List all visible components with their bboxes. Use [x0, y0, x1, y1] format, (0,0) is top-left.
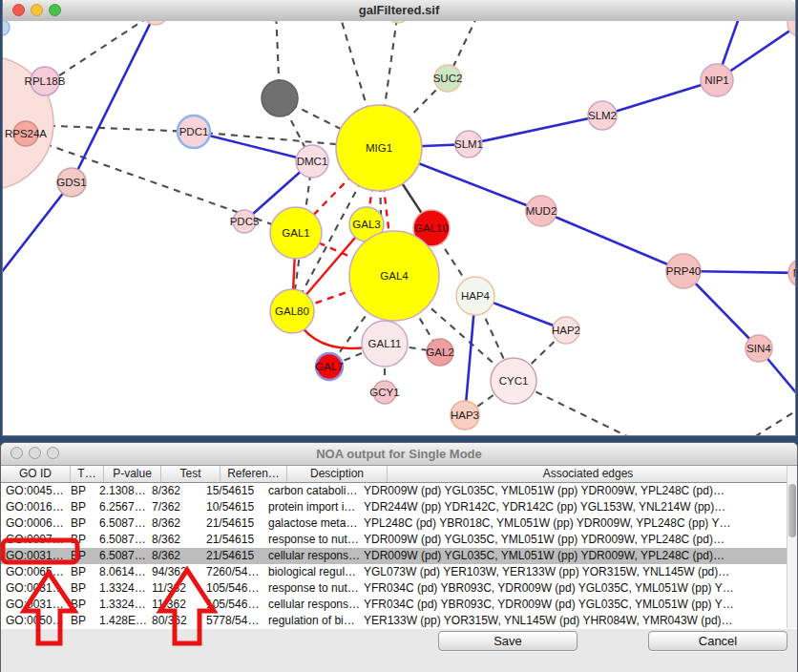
edge-pd_dashed[interactable]: [754, 400, 795, 435]
node-label-SIN4: SIN4: [746, 343, 771, 354]
table-cell: GO:0016…: [1, 499, 66, 515]
node-clip-top-right[interactable]: [788, 21, 795, 36]
column-header-2[interactable]: P-value: [104, 466, 161, 482]
column-header-4[interactable]: Referen…: [220, 466, 287, 482]
node-clip-top-green[interactable]: [386, 21, 410, 23]
table-cell: 105/546…: [201, 580, 263, 597]
table-header-row: GO IDT…P-valueTestReferen…DesciptionAsso…: [1, 466, 797, 483]
table-cell: regulation of bi…: [263, 613, 359, 629]
node-gray-node[interactable]: [262, 80, 298, 116]
vertical-scrollbar[interactable]: [787, 466, 797, 628]
node-label-PRP40: PRP40: [666, 265, 701, 277]
table-cell: 6.2567…: [94, 499, 147, 515]
node-label-RPL18B: RPL18B: [25, 75, 66, 87]
noa-output-window: NOA output for Single Mode GO IDT…P-valu…: [0, 442, 798, 672]
table-cell: GO:0031…: [1, 597, 66, 613]
table-cell: YDR009W (pd) YGL035C, YML051W (pp) YDR00…: [359, 548, 756, 564]
table-row[interactable]: GO:0016…BP6.2567…7/36210/54615protein im…: [1, 499, 797, 515]
column-header-6[interactable]: Associated edges: [388, 466, 789, 482]
table-cell: YGL073W (pd) YER103W, YER133W (pp) YOR31…: [359, 564, 756, 580]
table-cell: GO:0065…: [1, 564, 66, 580]
table-cell: cellular respons…: [263, 597, 359, 613]
node-clip-left-small[interactable]: [3, 21, 10, 35]
window-title: NOA output for Single Mode: [1, 443, 797, 465]
table-cell: protein import i…: [263, 499, 359, 515]
table-row[interactable]: GO:0045…BP2.1308…8/36215/54615carbon cat…: [1, 483, 797, 499]
table-cell: 21/54615: [201, 515, 263, 532]
node-label-SLM1: SLM1: [454, 138, 483, 150]
table-cell: BP: [66, 613, 94, 629]
table-cell: GO:0031…: [1, 548, 66, 564]
node-label-MUD2: MUD2: [526, 205, 557, 217]
column-header-3[interactable]: Test: [161, 466, 220, 482]
table-cell: GO:0050…: [1, 613, 66, 629]
table-row[interactable]: GO:0031…BP1.3324…11/362105/546…response …: [1, 580, 797, 597]
node-label-PDC1: PDC1: [179, 126, 209, 137]
edge-pp_blue[interactable]: [3, 182, 72, 282]
node-label-CYC1: CYC1: [499, 375, 529, 387]
node-label-MIG1: MIG1: [366, 142, 392, 154]
table-cell: 105/546…: [201, 597, 263, 613]
node-label-HAP4: HAP4: [461, 290, 491, 302]
table-cell: 1.3324…: [94, 580, 147, 597]
table-body: GO:0045…BP2.1308…8/36215/54615carbon cat…: [1, 483, 797, 629]
table-cell: 6.5087…: [94, 548, 147, 564]
node-label-GAL7: GAL7: [315, 361, 343, 372]
node-label-GAL1: GAL1: [282, 227, 309, 239]
edge-pp_blue[interactable]: [602, 80, 717, 116]
table-cell: YFR034C (pd) YBR093C, YDR009W (pd) YGL03…: [359, 580, 756, 597]
results-table: GO IDT…P-valueTestReferen…DesciptionAsso…: [1, 466, 797, 629]
table-row[interactable]: GO:0031…BP1.3324…11/362105/546…cellular …: [1, 597, 797, 613]
column-header-1[interactable]: T…: [71, 466, 104, 482]
table-row[interactable]: GO:0031…BP6.5087…8/36221/54615cellular r…: [1, 548, 797, 564]
node-label-GAL80: GAL80: [275, 305, 309, 317]
edge-pp_blue[interactable]: [541, 211, 683, 271]
window-title: galFiltered.sif: [3, 0, 795, 21]
network-canvas[interactable]: RPL18BRPS24AGDS1PDC1PDC5DMC1MIG1SUC2SLM1…: [3, 21, 795, 435]
table-cell: galactose meta…: [263, 515, 359, 532]
table-cell: 8.0614…: [94, 564, 147, 580]
table-row[interactable]: GO:0007…BP6.5087…8/36221/54615response t…: [1, 532, 797, 548]
column-header-5[interactable]: Desciption: [287, 466, 388, 482]
table-cell: BP: [66, 499, 94, 515]
column-header-0[interactable]: GO ID: [1, 466, 71, 482]
node-label-SUC2: SUC2: [433, 73, 463, 84]
table-row[interactable]: GO:0065…BP8.0614…94/3627260/54…biologica…: [1, 564, 797, 580]
edge-pp_blue[interactable]: [469, 116, 602, 144]
scrollbar-thumb[interactable]: [788, 484, 796, 537]
table-cell: BP: [66, 548, 94, 564]
node-label-DMC1: DMC1: [297, 156, 328, 167]
node-label-MSI: MSI: [793, 267, 795, 279]
table-cell: BP: [66, 597, 94, 613]
table-cell: BP: [66, 564, 94, 580]
table-cell: 2.1308…: [94, 483, 147, 499]
table-cell: 8/362: [147, 515, 201, 532]
table-cell: GO:0045…: [1, 483, 66, 499]
table-cell: GO:0006…: [1, 515, 66, 532]
table-cell: YFR034C (pd) YBR093C, YDR009W (pd) YGL03…: [359, 597, 756, 613]
table-cell: YDR009W (pd) YGL035C, YML051W (pp) YDR00…: [359, 532, 756, 548]
node-label-RPS24A: RPS24A: [5, 128, 47, 139]
cancel-button[interactable]: Cancel: [648, 631, 788, 651]
table-cell: 11/362: [147, 580, 201, 597]
table-cell: biological regul…: [263, 564, 359, 580]
node-label-PDC5: PDC5: [230, 216, 260, 227]
edge-pp_blue[interactable]: [72, 21, 156, 182]
table-cell: GO:0007…: [1, 532, 66, 548]
node-label-GAL10: GAL10: [414, 222, 449, 234]
table-cell: carbon cataboli…: [263, 483, 359, 499]
table-cell: 21/54615: [201, 548, 263, 564]
edge-pp_blue[interactable]: [194, 132, 312, 161]
node-label-GAL11: GAL11: [368, 338, 402, 349]
node-label-GAL3: GAL3: [352, 219, 380, 230]
table-cell: YPL248C (pd) YBR018C, YML051W (pp) YDR00…: [359, 515, 756, 532]
table-row[interactable]: GO:0006…BP6.5087…8/36221/54615galactose …: [1, 515, 797, 532]
table-cell: 5778/54…: [201, 613, 263, 629]
network-window-titlebar[interactable]: galFiltered.sif: [3, 0, 795, 22]
table-cell: 8/362: [147, 483, 201, 499]
noa-window-titlebar[interactable]: NOA output for Single Mode: [1, 443, 797, 466]
network-window: galFiltered.sif RPL18BRPS24AGDS1PDC1PDC5…: [2, 0, 796, 436]
node-clip-top-1[interactable]: [143, 21, 168, 25]
table-row[interactable]: GO:0050…BP1.428E…80/3625778/54…regulatio…: [1, 613, 797, 629]
save-button[interactable]: Save: [438, 631, 578, 651]
